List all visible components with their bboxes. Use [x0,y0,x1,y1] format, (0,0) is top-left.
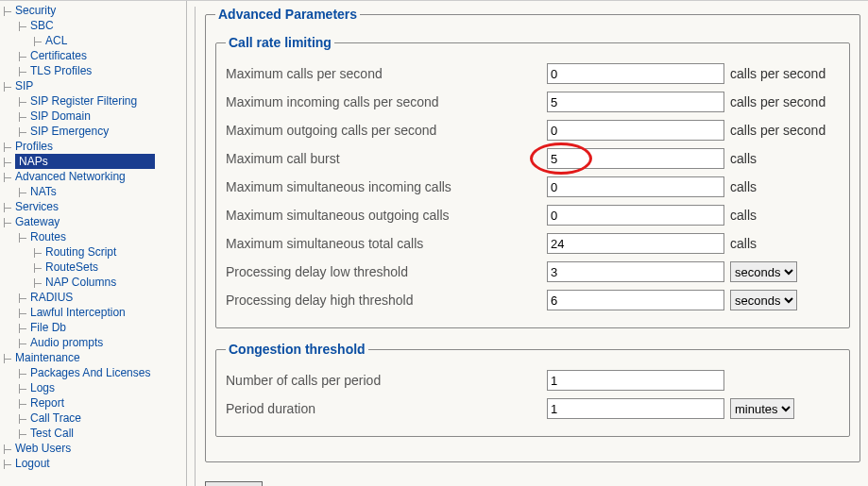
nav-gateway[interactable]: Gateway [15,215,60,228]
input-max-burst[interactable] [547,148,724,169]
nav-naps[interactable]: NAPs [15,154,155,169]
select-period-unit[interactable]: minutes [730,398,794,419]
unit-max-in-cps: calls per second [730,94,825,109]
label-max-burst: Maximum call burst [226,151,547,166]
input-max-sim-out[interactable] [547,205,724,226]
label-max-sim-out: Maximum simultaneous outgoing calls [226,208,547,223]
input-max-sim-total[interactable] [547,233,724,254]
nav-maintenance[interactable]: Maintenance [15,351,80,364]
nav-logout[interactable]: Logout [15,457,50,470]
highlight-ring-icon [547,148,724,169]
nav-nats[interactable]: NATs [30,185,57,198]
unit-max-burst: calls [730,151,757,166]
nav-report[interactable]: Report [30,396,64,410]
nav-routing-script[interactable]: Routing Script [45,245,116,259]
nav-tls-profiles[interactable]: TLS Profiles [30,64,92,77]
nav-sip-register-filtering[interactable]: SIP Register Filtering [30,94,137,108]
nav-acl[interactable]: ACL [45,34,67,47]
label-max-in-cps: Maximum incoming calls per second [226,94,547,109]
nav-nap-columns[interactable]: NAP Columns [45,276,116,289]
select-delay-high-unit[interactable]: seconds [730,290,797,310]
input-delay-low[interactable] [547,261,724,282]
input-max-out-cps[interactable] [547,120,724,141]
main-content: Advanced Parameters Call rate limiting M… [187,1,868,486]
nav-sip-emergency[interactable]: SIP Emergency [30,125,109,138]
sidebar-nav: Security SBC ACL Certificates TLS Profil… [0,1,187,486]
advanced-parameters-legend: Advanced Parameters [215,7,360,22]
label-max-sim-in: Maximum simultaneous incoming calls [226,179,547,194]
unit-max-sim-in: calls [730,179,757,194]
nav-audio-prompts[interactable]: Audio prompts [30,336,103,349]
nav-routes[interactable]: Routes [30,230,66,243]
label-delay-high: Processing delay high threshold [226,293,547,308]
input-delay-high[interactable] [547,290,724,310]
nav-advanced-networking[interactable]: Advanced Networking [15,170,126,183]
select-delay-low-unit[interactable]: seconds [730,261,797,282]
label-delay-low: Processing delay low threshold [226,264,547,279]
call-rate-limiting-legend: Call rate limiting [226,35,334,50]
nav-radius[interactable]: RADIUS [30,291,73,304]
nav-security[interactable]: Security [15,4,56,17]
nav-sbc[interactable]: SBC [30,19,54,32]
nav-profiles[interactable]: Profiles [15,140,53,153]
input-max-sim-in[interactable] [547,176,724,197]
nav-sip-domain[interactable]: SIP Domain [30,109,91,123]
nav-packages-licenses[interactable]: Packages And Licenses [30,366,150,379]
input-num-per-period[interactable] [547,370,724,391]
advanced-parameters-fieldset: Advanced Parameters Call rate limiting M… [205,7,860,462]
nav-certificates[interactable]: Certificates [30,49,87,62]
congestion-threshold-fieldset: Congestion threshold Number of calls per… [215,342,850,437]
nav-logs[interactable]: Logs [30,381,55,394]
unit-max-cps: calls per second [730,66,825,81]
nav-call-trace[interactable]: Call Trace [30,411,81,425]
nav-web-users[interactable]: Web Users [15,442,71,455]
nav-test-call[interactable]: Test Call [30,427,74,440]
nav-services[interactable]: Services [15,200,59,213]
label-max-cps: Maximum calls per second [226,66,547,81]
call-rate-limiting-fieldset: Call rate limiting Maximum calls per sec… [215,35,850,328]
label-max-sim-total: Maximum simultaneous total calls [226,236,547,251]
create-button[interactable]: Create [205,481,263,486]
unit-max-sim-out: calls [730,208,757,223]
nav-routesets[interactable]: RouteSets [45,260,98,274]
label-num-per-period: Number of calls per period [226,373,547,388]
unit-max-sim-total: calls [730,236,757,251]
nav-lawful-interception[interactable]: Lawful Interception [30,306,126,319]
nav-file-db[interactable]: File Db [30,321,66,334]
input-max-cps[interactable] [547,63,724,84]
input-max-in-cps[interactable] [547,92,724,112]
unit-max-out-cps: calls per second [730,123,825,138]
input-period-duration[interactable] [547,398,724,419]
congestion-threshold-legend: Congestion threshold [226,342,368,357]
nav-sip[interactable]: SIP [15,79,33,92]
label-max-out-cps: Maximum outgoing calls per second [226,123,547,138]
label-period-duration: Period duration [226,401,547,416]
